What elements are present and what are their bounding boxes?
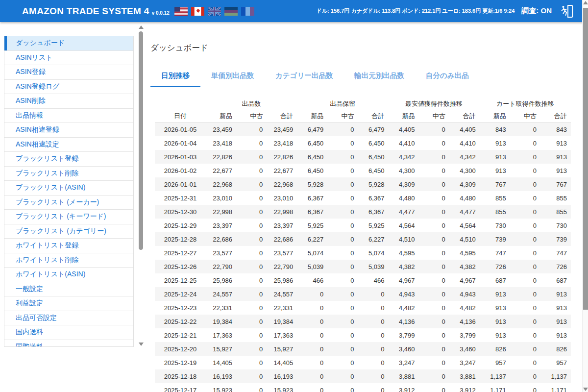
tab-item[interactable]: 単価別出品数 <box>200 66 265 87</box>
date-cell: 2025-12-31 <box>155 191 206 205</box>
sidebar-item[interactable]: 利益設定 <box>4 296 133 311</box>
value-cell: 0 <box>419 205 449 219</box>
scroll-up-icon[interactable] <box>139 25 144 29</box>
us-flag-icon[interactable] <box>174 7 188 16</box>
fr-flag-icon[interactable] <box>241 7 254 16</box>
sidebar-item[interactable]: ブラックリスト (カテゴリー) <box>4 224 133 239</box>
value-cell: 0 <box>510 287 540 301</box>
sidebar-item[interactable]: ASIN削除 <box>4 94 133 109</box>
value-cell: 0 <box>510 328 540 342</box>
sidebar-item[interactable]: ホワイトリスト削除 <box>4 253 133 268</box>
value-cell: 22,686 <box>267 232 297 246</box>
tab-active[interactable]: 日別推移 <box>150 66 200 87</box>
sidebar-scrollbar-thumb[interactable] <box>139 31 143 250</box>
value-cell: 913 <box>540 328 571 342</box>
value-cell: 4,136 <box>388 315 418 328</box>
value-cell: 0 <box>236 356 267 369</box>
table-row: 2025-12-2923,397023,3975,92505,9254,5640… <box>155 219 571 232</box>
value-cell: 747 <box>540 246 571 260</box>
sidebar-item-label: ASIN相違設定 <box>16 140 59 149</box>
sidebar-item[interactable]: ブラックリスト (キーワード) <box>4 210 133 224</box>
value-cell: 466 <box>297 273 327 287</box>
value-cell: 843 <box>540 122 571 136</box>
scroll-up-icon[interactable] <box>583 1 588 4</box>
sidebar-item[interactable]: ダッシュボード <box>4 36 133 51</box>
sidebar-item[interactable]: ホワイトリスト登録 <box>4 239 133 253</box>
value-cell: 730 <box>540 219 571 232</box>
value-cell: 4,595 <box>449 246 480 260</box>
value-cell: 0 <box>327 191 358 205</box>
tab-item[interactable]: 輸出元別出品数 <box>343 66 415 87</box>
sidebar-item[interactable]: ASIN登録 <box>4 65 133 80</box>
logout-button[interactable] <box>559 3 575 20</box>
value-cell: 0 <box>510 273 540 287</box>
sidebar-menu: ダッシュボードASINリストASIN登録ASIN登録ログASIN削除出品情報AS… <box>4 36 134 347</box>
value-cell: 0 <box>510 342 540 356</box>
column-header: 新品 <box>480 110 510 122</box>
value-cell: 23,397 <box>206 219 236 232</box>
value-cell: 23,010 <box>206 191 236 205</box>
sidebar-item-label: 利益設定 <box>16 299 43 308</box>
date-cell: 2025-12-30 <box>155 205 206 219</box>
value-cell: 3,460 <box>449 342 480 356</box>
scroll-down-icon[interactable] <box>583 388 588 391</box>
sidebar-item[interactable]: ASIN登録ログ <box>4 80 133 95</box>
scroll-down-icon[interactable] <box>139 343 144 346</box>
value-cell: 0 <box>358 315 388 328</box>
value-cell: 22,331 <box>206 301 236 315</box>
value-cell: 3,247 <box>449 356 480 369</box>
value-cell: 913 <box>480 287 510 301</box>
value-cell: 0 <box>419 315 449 328</box>
sidebar-item[interactable]: 国際送料 <box>4 340 133 347</box>
sidebar-item[interactable]: 国内送料 <box>4 325 133 340</box>
value-cell: 4,410 <box>449 136 480 150</box>
tab-bar: 日別推移単価別出品数カテゴリー出品数輸出元別出品数自分のみ出品 <box>150 66 582 87</box>
date-cell: 2025-12-27 <box>155 246 206 260</box>
value-cell: 913 <box>480 136 510 150</box>
table-row: 2025-12-2117,363017,3630003,79903,799913… <box>155 328 571 342</box>
column-header: 合計 <box>267 110 297 122</box>
value-cell: 3,912 <box>449 383 480 392</box>
value-cell: 0 <box>327 356 358 369</box>
value-cell: 6,367 <box>358 191 388 205</box>
sidebar-item[interactable]: ホワイトリスト(ASIN) <box>4 268 133 282</box>
sidebar-item[interactable]: ブラックリスト(ASIN) <box>4 181 133 196</box>
value-cell: 0 <box>419 246 449 260</box>
tab-item[interactable]: 自分のみ出品 <box>415 66 480 87</box>
value-cell: 0 <box>419 260 449 273</box>
de-flag-icon[interactable] <box>224 7 238 16</box>
page-scrollbar[interactable] <box>582 0 588 392</box>
sidebar-item[interactable]: ASIN相違登録 <box>4 123 133 138</box>
value-cell: 0 <box>358 383 388 392</box>
value-cell: 0 <box>510 136 540 150</box>
page-scrollbar-thumb[interactable] <box>583 8 588 310</box>
value-cell: 726 <box>540 260 571 273</box>
value-cell: 0 <box>236 219 267 232</box>
value-cell: 14,405 <box>206 356 236 369</box>
app-title: AMAZON TRADE SYSTEM 4 <box>22 6 149 17</box>
sidebar-scrollbar[interactable] <box>138 24 144 347</box>
sidebar-item[interactable]: 出品可否設定 <box>4 311 133 326</box>
sidebar-item[interactable]: ブラックリスト登録 <box>4 152 133 167</box>
value-cell: 3,881 <box>449 369 480 383</box>
table-row: 2025-12-2723,577023,5775,07405,0744,5950… <box>155 246 571 260</box>
date-cell: 2025-12-26 <box>155 260 206 273</box>
sidebar-item[interactable]: ブラックリスト削除 <box>4 167 133 181</box>
value-cell: 19,384 <box>206 315 236 328</box>
sidebar-item[interactable]: ASINリスト <box>4 51 133 66</box>
app-version: v 0.0.12 <box>152 10 170 16</box>
value-cell: 687 <box>540 273 571 287</box>
sidebar-item[interactable]: ASIN相違設定 <box>4 138 133 152</box>
value-cell: 0 <box>510 369 540 383</box>
table-row: 2025-12-3022,998022,9986,36706,3674,4770… <box>155 205 571 219</box>
sidebar-item[interactable]: 出品情報 <box>4 109 133 123</box>
uk-flag-icon[interactable] <box>208 7 221 16</box>
sidebar-item[interactable]: ブラックリスト (メーカー) <box>4 196 133 210</box>
ca-flag-icon[interactable] <box>191 7 204 16</box>
value-cell: 25,986 <box>267 273 297 287</box>
value-cell: 6,450 <box>297 164 327 177</box>
tab-item[interactable]: カテゴリー出品数 <box>265 66 343 87</box>
value-cell: 0 <box>327 301 358 315</box>
value-cell: 0 <box>327 273 358 287</box>
sidebar-item[interactable]: 一般設定 <box>4 282 133 297</box>
